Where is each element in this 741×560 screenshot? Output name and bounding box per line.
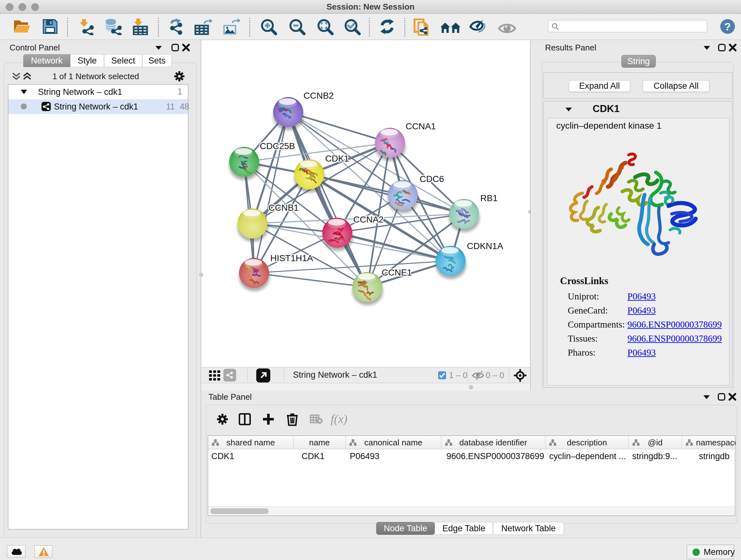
svg-text:CDKN1A: CDKN1A xyxy=(467,241,503,251)
svg-text:CCNB2: CCNB2 xyxy=(304,91,334,101)
svg-text:CCNA2: CCNA2 xyxy=(353,214,384,225)
svg-text:RB1: RB1 xyxy=(480,193,497,203)
svg-text:CDC6: CDC6 xyxy=(420,174,444,184)
svg-text:CDC25B: CDC25B xyxy=(260,141,295,151)
svg-text:HIST1H1A: HIST1H1A xyxy=(270,253,313,263)
svg-text:CCNA1: CCNA1 xyxy=(406,121,436,131)
svg-text:?: ? xyxy=(724,20,731,33)
svg-text:CDK1: CDK1 xyxy=(325,153,349,164)
svg-text:CCNB1: CCNB1 xyxy=(268,203,299,212)
svg-text:CCNE1: CCNE1 xyxy=(382,267,412,277)
